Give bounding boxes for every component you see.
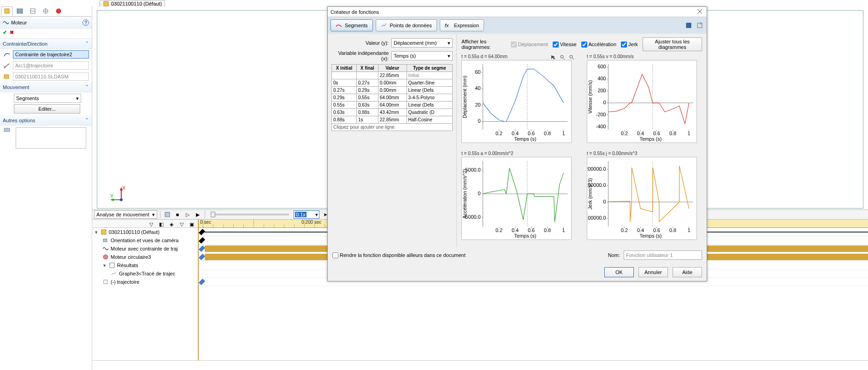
indep-x-select[interactable]: Temps (s)▾ bbox=[391, 51, 453, 60]
document-tab[interactable]: 03021100110 (Défaut) bbox=[100, 0, 165, 6]
svg-text:0: 0 bbox=[478, 191, 480, 196]
svg-text:Temps (s): Temps (s) bbox=[640, 233, 662, 239]
calculate-button[interactable] bbox=[163, 210, 171, 219]
acceleration-chart[interactable]: t = 0.55s a = 0.00mm/s^2 -5000.005000.00… bbox=[461, 151, 577, 243]
indep-x-label: Variable indépendante (x): bbox=[331, 50, 389, 61]
tool-icon[interactable]: ▽ bbox=[177, 220, 186, 228]
svg-text:0: 0 bbox=[603, 199, 606, 204]
svg-text:0.6: 0.6 bbox=[653, 227, 660, 233]
tree-motor-traj[interactable]: Moteur avec contrainte de traj bbox=[111, 246, 178, 251]
zoom-icon[interactable] bbox=[558, 53, 567, 61]
dim-tab[interactable] bbox=[40, 6, 52, 16]
other-options-box[interactable] bbox=[16, 127, 86, 149]
table-row: 22.85mmInitial bbox=[332, 72, 453, 79]
svg-text:0.6: 0.6 bbox=[653, 131, 660, 136]
movement-type-select[interactable]: Segments▾ bbox=[14, 94, 81, 103]
playhead[interactable] bbox=[198, 220, 199, 360]
edit-function-button[interactable]: Editer... bbox=[14, 104, 80, 113]
points-icon bbox=[381, 22, 387, 29]
cancel-button[interactable]: Annuler bbox=[638, 267, 668, 277]
cb-jerk[interactable]: Jerk bbox=[621, 42, 638, 48]
stop-button[interactable]: ■ bbox=[173, 210, 182, 219]
svg-text:fx: fx bbox=[445, 23, 449, 28]
svg-text:1: 1 bbox=[562, 131, 565, 136]
tree-root[interactable]: 03021100110 (Défaut) bbox=[109, 229, 159, 235]
segments-table[interactable]: X initialX finalValeurType de segme 22.8… bbox=[331, 64, 453, 131]
appearance-tab[interactable] bbox=[53, 6, 65, 16]
collapse-icon[interactable]: ⌃ bbox=[85, 41, 89, 47]
tree-orient[interactable]: Orientation et vues de caméra bbox=[111, 238, 178, 243]
svg-text:0.8: 0.8 bbox=[544, 131, 551, 136]
collapse-icon[interactable]: ⌃ bbox=[85, 117, 89, 123]
cb-velocity[interactable]: Vitesse bbox=[553, 42, 577, 48]
add-row-hint[interactable]: Cliquez pour ajouter une ligne bbox=[332, 124, 453, 131]
function-name-input[interactable] bbox=[624, 251, 702, 260]
svg-text:0.2: 0.2 bbox=[621, 227, 628, 233]
property-tab[interactable] bbox=[14, 6, 26, 16]
play-button[interactable]: ▶ bbox=[194, 210, 202, 219]
cb-displacement[interactable]: Déplacement bbox=[511, 42, 548, 48]
expand-toggle[interactable]: ▾ bbox=[94, 229, 99, 235]
svg-text:Accélération (mm/s^2): Accélération (mm/s^2) bbox=[462, 169, 467, 219]
cb-make-available[interactable]: Rendre la fonction disponible ailleurs d… bbox=[332, 252, 466, 258]
collapse-icon[interactable]: ⌃ bbox=[85, 84, 89, 90]
tab-segments[interactable]: Segments bbox=[331, 19, 373, 31]
chevron-down-icon: ▾ bbox=[76, 95, 79, 101]
tool-icon[interactable]: ◈ bbox=[167, 220, 176, 228]
accept-icon[interactable]: ✔ bbox=[3, 30, 7, 37]
export-graph-button[interactable] bbox=[696, 21, 704, 30]
playback-rate-input[interactable]: 0.1x▾ bbox=[294, 210, 319, 219]
svg-text:20: 20 bbox=[475, 102, 480, 107]
tree-results[interactable]: Résultats bbox=[117, 263, 138, 268]
section-movement-label: Mouvement bbox=[3, 84, 29, 90]
help-button[interactable]: Aide bbox=[673, 267, 702, 277]
svg-text:0: 0 bbox=[478, 118, 480, 124]
svg-point-9 bbox=[4, 66, 6, 68]
svg-text:0.2: 0.2 bbox=[496, 227, 502, 233]
axis-triad: X Y bbox=[110, 186, 129, 204]
path-constraint-icon bbox=[3, 50, 11, 59]
displacement-chart[interactable]: t = 0.55s d = 64.00mm 02040600.20.40.60.… bbox=[461, 54, 577, 146]
acceleration-readout: t = 0.55s a = 0.00mm/s^2 bbox=[461, 151, 577, 156]
chevron-down-icon: ▾ bbox=[448, 40, 450, 46]
ok-button[interactable]: OK bbox=[604, 267, 634, 277]
motor-icon bbox=[102, 245, 109, 252]
playback-button[interactable]: ▷ bbox=[183, 210, 192, 219]
cb-acceleration[interactable]: Accélération bbox=[581, 42, 617, 48]
svg-text:0.2: 0.2 bbox=[621, 131, 628, 136]
tab-expression[interactable]: fxExpression bbox=[440, 19, 484, 31]
zoom-icon[interactable] bbox=[567, 53, 576, 61]
arc-ref-icon bbox=[3, 61, 11, 70]
cursor-tool-icon[interactable] bbox=[549, 53, 557, 61]
expand-toggle[interactable]: ▾ bbox=[102, 263, 107, 269]
svg-rect-48 bbox=[110, 263, 114, 268]
jerk-chart[interactable]: t = 0.55s j = 0.00mm/s^3 -100000.0010000… bbox=[587, 151, 702, 243]
feature-tree-tab[interactable] bbox=[1, 6, 13, 16]
section-constraint-label: Contrainte/Direction bbox=[3, 41, 47, 47]
function-name-label: Nom: bbox=[608, 252, 620, 258]
filter-icon[interactable]: ▽ bbox=[147, 220, 155, 228]
tree-motor-circ[interactable]: Moteur circulaire3 bbox=[111, 254, 151, 260]
table-row: 0.55s0.63s64.00mmLinear (Defa bbox=[332, 101, 453, 109]
time-slider[interactable] bbox=[211, 214, 289, 215]
help-icon[interactable]: ? bbox=[83, 19, 89, 26]
svg-text:0.4: 0.4 bbox=[512, 227, 519, 233]
close-icon[interactable] bbox=[697, 8, 704, 16]
reject-icon[interactable]: ✖ bbox=[10, 30, 14, 37]
tree-graph[interactable]: Graphe3<Tracé de trajec bbox=[119, 271, 175, 276]
velocity-chart[interactable]: t = 0.55s v = 0.00mm/s -400-200020040060… bbox=[587, 54, 702, 146]
svg-point-8 bbox=[56, 9, 61, 13]
trajectory-constraint-input[interactable] bbox=[13, 50, 89, 59]
tool-icon[interactable]: ▣ bbox=[188, 220, 196, 228]
table-row: 0.63s0.88s43.42mmQuadratic (D bbox=[332, 109, 453, 116]
tab-data-points[interactable]: Points de données bbox=[376, 19, 437, 31]
study-type-select[interactable]: Analyse de mouvement▾ bbox=[94, 210, 157, 219]
svg-rect-12 bbox=[104, 1, 108, 6]
tool-icon[interactable]: ◧ bbox=[157, 220, 165, 228]
tree-traj[interactable]: (-) trajectoire bbox=[111, 279, 139, 285]
config-tab[interactable] bbox=[27, 6, 39, 16]
svg-text:0.4: 0.4 bbox=[512, 131, 519, 136]
save-graph-button[interactable] bbox=[685, 21, 693, 30]
fit-diagrams-button[interactable]: Ajuster tous les diagrammes bbox=[643, 37, 702, 51]
value-y-select[interactable]: Déplacement (mm)▾ bbox=[391, 38, 453, 48]
